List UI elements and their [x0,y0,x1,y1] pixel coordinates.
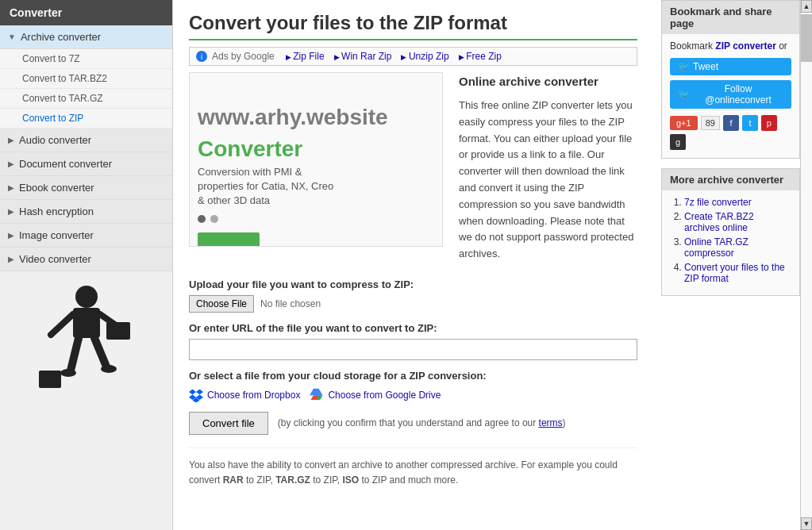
convert-row: Convert file (by clicking you confirm th… [189,412,637,435]
pinterest-icon[interactable]: p [761,115,777,131]
sidebar-section-document: ▶ Document converter [0,152,172,176]
chevron-right-icon: ▶ [8,255,14,263]
dropbox-icon [189,388,203,402]
sidebar-section-label: Image converter [19,229,94,241]
file-upload-label: Upload your file you want to compress to… [189,278,637,290]
dot-1[interactable] [198,215,206,223]
url-label: Or enter URL of the file you want to con… [189,322,637,334]
ad-banner: www.arhy.website Converter Conversion wi… [189,72,443,247]
sidebar-item-document-converter[interactable]: ▶ Document converter [0,152,172,176]
cloud-label: Or select a file from your cloud storage… [189,370,637,382]
scrollbar: ▲ ▼ [800,0,812,530]
ad-description: Conversion with PMI & properties for Cat… [198,165,434,209]
sidebar-item-convert-7z[interactable]: Convert to 7Z [0,49,172,69]
social-icons-row: g+1 89 f t p g [670,115,791,150]
sidebar-section-video: ▶ Video converter [0,248,172,271]
sidebar-item-hash-encryption[interactable]: ▶ Hash encryption [0,200,172,224]
file-input-row: Choose File No file chosen [189,295,637,313]
desc-body: This free online ZIP converter lets you … [459,98,637,263]
dot-2[interactable] [210,215,218,223]
scroll-thumb[interactable] [801,14,812,62]
ads-link-winrar[interactable]: Win Rar Zip [334,51,392,62]
svg-rect-9 [39,371,61,388]
sidebar-item-image-converter[interactable]: ▶ Image converter [0,224,172,248]
sidebar-item-video-converter[interactable]: ▶ Video converter [0,248,172,271]
tweet-button[interactable]: 🐦 Tweet [670,58,791,75]
ad-watermark: www.arhy.website [198,105,388,130]
ads-links: Zip File Win Rar Zip Unzip Zip Free Zip [286,51,502,62]
follow-button[interactable]: 🐦 Follow @onlineconvert [670,80,791,109]
sidebar-section-label: Archive converter [21,31,101,43]
sidebar-illustration [0,279,172,406]
chevron-down-icon: ▼ [8,33,16,41]
scroll-track [801,13,812,517]
sidebar-section-label: Audio converter [19,134,91,146]
sidebar-item-audio-converter[interactable]: ▶ Audio converter [0,129,172,152]
slider-dots [198,215,434,223]
svg-line-5 [71,338,79,371]
ad-inner: Converter Conversion with PMI & properti… [190,73,442,247]
dropbox-button[interactable]: Choose from Dropbox [189,388,300,402]
chevron-right-icon: ▶ [8,231,14,240]
bookmark-title: Bookmark and share page [662,1,799,34]
sidebar-item-convert-targz[interactable]: Convert to TAR.GZ [0,89,172,109]
sidebar-sub-archive: Convert to 7Z Convert to TAR.BZ2 Convert… [0,49,172,129]
sidebar-section-image: ▶ Image converter [0,224,172,248]
list-item: Create TAR.BZ2 archives online [684,211,791,233]
ads-link-zip[interactable]: Zip File [286,51,325,62]
github-icon[interactable]: g [670,134,686,150]
chevron-right-icon: ▶ [8,136,14,144]
sidebar: Converter ▼ Archive converter Convert to… [0,0,173,530]
sidebar-section-label: Hash encryption [19,205,94,217]
chevron-right-icon: ▶ [8,183,14,192]
info-icon: i [196,51,207,62]
scroll-down-button[interactable]: ▼ [801,517,812,530]
terms-link[interactable]: terms [539,417,563,428]
gplus-button[interactable]: g+1 [670,116,698,130]
gplus-count: 89 [701,116,720,130]
choose-file-button[interactable]: Choose File [189,295,254,313]
svg-rect-1 [73,308,100,338]
gdrive-icon [310,388,324,402]
sidebar-section-hash: ▶ Hash encryption [0,200,172,224]
ad-arrow-button[interactable]: → [198,232,260,247]
sidebar-title: Converter [0,0,172,25]
sidebar-item-convert-tarbz2[interactable]: Convert to TAR.BZ2 [0,69,172,89]
bookmark-box: Bookmark and share page Bookmark ZIP con… [661,0,800,159]
scroll-up-button[interactable]: ▲ [801,0,812,13]
bookmark-text: Bookmark ZIP converter or [670,40,791,52]
more-link-1[interactable]: 7z file converter [684,197,752,208]
zip-converter-link[interactable]: ZIP converter [715,40,775,52]
ad-subtitle: Converter [198,136,434,162]
sidebar-section-label: Document converter [19,158,112,170]
svg-line-2 [51,314,73,335]
terms-text: (by clicking you confirm that you unders… [278,417,566,430]
cloud-row: Choose from Dropbox Choose from Google D… [189,388,637,402]
sidebar-item-archive-converter[interactable]: ▼ Archive converter [0,25,172,49]
more-link-4[interactable]: Convert your files to the ZIP format [684,262,785,284]
list-item: Online TAR.GZ compressor [684,236,791,259]
twitter-follow-icon: 🐦 [678,89,690,100]
no-file-text: No file chosen [260,298,321,309]
gdrive-button[interactable]: Choose from Google Drive [310,388,441,402]
chevron-right-icon: ▶ [8,159,14,168]
more-title: More archive converter [662,169,799,190]
facebook-icon[interactable]: f [723,115,739,131]
burglar-svg [35,279,138,406]
sidebar-item-convert-zip[interactable]: Convert to ZIP [0,109,172,129]
convert-file-button[interactable]: Convert file [189,412,268,435]
svg-point-7 [60,369,76,377]
ads-link-freezip[interactable]: Free Zip [459,51,502,62]
twitter-share-icon[interactable]: t [742,115,758,131]
sidebar-section-label: Video converter [19,253,91,265]
more-link-3[interactable]: Online TAR.GZ compressor [684,236,749,259]
url-input[interactable] [189,339,637,360]
ads-link-unzip[interactable]: Unzip Zip [401,51,448,62]
page-title: Convert your files to the ZIP format [189,12,637,40]
sidebar-section-archive: ▼ Archive converter Convert to 7Z Conver… [0,25,172,129]
ads-bar: i Ads by Google Zip File Win Rar Zip Unz… [189,47,637,66]
twitter-icon: 🐦 [678,61,690,72]
sidebar-item-ebook-converter[interactable]: ▶ Ebook converter [0,176,172,200]
bottom-text: You also have the ability to convert an … [189,447,637,488]
more-link-2[interactable]: Create TAR.BZ2 archives online [684,211,754,233]
